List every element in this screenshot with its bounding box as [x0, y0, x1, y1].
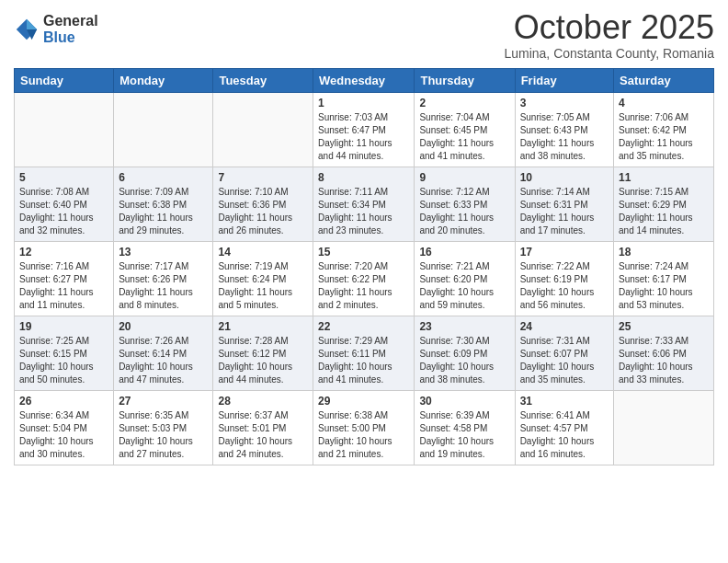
day-number: 22 — [318, 320, 409, 333]
logo-text: General Blue — [43, 13, 98, 45]
day-number: 11 — [619, 171, 709, 184]
day-info: Sunrise: 7:03 AM Sunset: 6:47 PM Dayligh… — [318, 111, 409, 163]
weekday-header-sunday: Sunday — [15, 68, 114, 92]
day-cell — [15, 92, 114, 167]
day-number: 27 — [119, 395, 208, 408]
day-cell: 19Sunrise: 7:25 AM Sunset: 6:15 PM Dayli… — [15, 316, 114, 390]
title-section: October 2025 Lumina, Constanta County, R… — [504, 9, 714, 61]
weekday-header-tuesday: Tuesday — [213, 68, 313, 92]
day-info: Sunrise: 7:28 AM Sunset: 6:12 PM Dayligh… — [218, 335, 308, 386]
day-cell: 12Sunrise: 7:16 AM Sunset: 6:27 PM Dayli… — [15, 241, 114, 316]
day-info: Sunrise: 7:06 AM Sunset: 6:42 PM Dayligh… — [619, 111, 709, 163]
month-title: October 2025 — [504, 9, 714, 46]
day-cell — [213, 92, 313, 167]
day-info: Sunrise: 7:05 AM Sunset: 6:43 PM Dayligh… — [520, 111, 609, 163]
day-info: Sunrise: 7:30 AM Sunset: 6:09 PM Dayligh… — [419, 335, 509, 386]
day-info: Sunrise: 6:41 AM Sunset: 4:57 PM Dayligh… — [520, 409, 609, 461]
week-row-4: 19Sunrise: 7:25 AM Sunset: 6:15 PM Dayli… — [15, 316, 714, 390]
day-info: Sunrise: 7:04 AM Sunset: 6:45 PM Dayligh… — [419, 111, 509, 163]
week-row-5: 26Sunrise: 6:34 AM Sunset: 5:04 PM Dayli… — [15, 390, 714, 465]
day-number: 1 — [318, 97, 409, 109]
day-cell: 4Sunrise: 7:06 AM Sunset: 6:42 PM Daylig… — [614, 92, 714, 167]
day-number: 16 — [419, 246, 509, 259]
calendar: SundayMondayTuesdayWednesdayThursdayFrid… — [14, 68, 714, 465]
day-number: 4 — [619, 97, 709, 109]
day-cell: 23Sunrise: 7:30 AM Sunset: 6:09 PM Dayli… — [415, 316, 515, 390]
day-number: 24 — [520, 320, 609, 333]
day-info: Sunrise: 7:12 AM Sunset: 6:33 PM Dayligh… — [419, 186, 509, 237]
day-info: Sunrise: 7:33 AM Sunset: 6:06 PM Dayligh… — [619, 335, 709, 386]
day-cell: 31Sunrise: 6:41 AM Sunset: 4:57 PM Dayli… — [515, 390, 613, 465]
week-row-2: 5Sunrise: 7:08 AM Sunset: 6:40 PM Daylig… — [15, 167, 714, 241]
logo-general: General — [43, 13, 98, 29]
day-cell: 30Sunrise: 6:39 AM Sunset: 4:58 PM Dayli… — [415, 390, 515, 465]
day-info: Sunrise: 7:29 AM Sunset: 6:11 PM Dayligh… — [318, 335, 409, 386]
day-number: 2 — [419, 97, 509, 109]
location: Lumina, Constanta County, Romania — [504, 46, 714, 61]
page: General Blue October 2025 Lumina, Consta… — [0, 0, 728, 563]
day-cell: 21Sunrise: 7:28 AM Sunset: 6:12 PM Dayli… — [213, 316, 313, 390]
day-cell: 24Sunrise: 7:31 AM Sunset: 6:07 PM Dayli… — [515, 316, 613, 390]
day-cell: 17Sunrise: 7:22 AM Sunset: 6:19 PM Dayli… — [515, 241, 613, 316]
day-number: 12 — [19, 246, 108, 259]
day-info: Sunrise: 7:17 AM Sunset: 6:26 PM Dayligh… — [119, 260, 208, 312]
day-number: 28 — [218, 395, 308, 408]
day-number: 25 — [619, 320, 709, 333]
day-number: 19 — [19, 320, 108, 333]
week-row-1: 1Sunrise: 7:03 AM Sunset: 6:47 PM Daylig… — [15, 92, 714, 167]
svg-marker-1 — [27, 18, 37, 29]
day-cell: 16Sunrise: 7:21 AM Sunset: 6:20 PM Dayli… — [415, 241, 515, 316]
day-info: Sunrise: 7:31 AM Sunset: 6:07 PM Dayligh… — [520, 335, 609, 386]
day-info: Sunrise: 6:37 AM Sunset: 5:01 PM Dayligh… — [218, 409, 308, 461]
weekday-header-monday: Monday — [114, 68, 213, 92]
logo-blue: Blue — [43, 29, 98, 46]
day-cell: 2Sunrise: 7:04 AM Sunset: 6:45 PM Daylig… — [415, 92, 515, 167]
day-info: Sunrise: 7:14 AM Sunset: 6:31 PM Dayligh… — [520, 186, 609, 237]
day-info: Sunrise: 7:20 AM Sunset: 6:22 PM Dayligh… — [318, 260, 409, 312]
header: General Blue October 2025 Lumina, Consta… — [14, 9, 714, 61]
day-cell: 9Sunrise: 7:12 AM Sunset: 6:33 PM Daylig… — [415, 167, 515, 241]
day-cell: 5Sunrise: 7:08 AM Sunset: 6:40 PM Daylig… — [15, 167, 114, 241]
day-number: 17 — [520, 246, 609, 259]
day-cell: 7Sunrise: 7:10 AM Sunset: 6:36 PM Daylig… — [213, 167, 313, 241]
day-info: Sunrise: 6:38 AM Sunset: 5:00 PM Dayligh… — [318, 409, 409, 461]
day-info: Sunrise: 7:09 AM Sunset: 6:38 PM Dayligh… — [119, 186, 208, 237]
day-number: 3 — [520, 97, 609, 109]
day-info: Sunrise: 6:35 AM Sunset: 5:03 PM Dayligh… — [119, 409, 208, 461]
day-number: 29 — [318, 395, 409, 408]
day-cell — [114, 92, 213, 167]
day-cell: 13Sunrise: 7:17 AM Sunset: 6:26 PM Dayli… — [114, 241, 213, 316]
day-cell: 27Sunrise: 6:35 AM Sunset: 5:03 PM Dayli… — [114, 390, 213, 465]
day-info: Sunrise: 6:34 AM Sunset: 5:04 PM Dayligh… — [19, 409, 108, 461]
day-cell: 22Sunrise: 7:29 AM Sunset: 6:11 PM Dayli… — [313, 316, 415, 390]
weekday-header-row: SundayMondayTuesdayWednesdayThursdayFrid… — [15, 68, 714, 92]
day-info: Sunrise: 7:11 AM Sunset: 6:34 PM Dayligh… — [318, 186, 409, 237]
day-cell: 20Sunrise: 7:26 AM Sunset: 6:14 PM Dayli… — [114, 316, 213, 390]
day-cell: 8Sunrise: 7:11 AM Sunset: 6:34 PM Daylig… — [313, 167, 415, 241]
logo-icon — [14, 17, 40, 42]
day-info: Sunrise: 7:25 AM Sunset: 6:15 PM Dayligh… — [19, 335, 108, 386]
day-number: 18 — [619, 246, 709, 259]
day-number: 23 — [419, 320, 509, 333]
day-info: Sunrise: 6:39 AM Sunset: 4:58 PM Dayligh… — [419, 409, 509, 461]
day-cell: 14Sunrise: 7:19 AM Sunset: 6:24 PM Dayli… — [213, 241, 313, 316]
day-info: Sunrise: 7:08 AM Sunset: 6:40 PM Dayligh… — [19, 186, 108, 237]
day-number: 15 — [318, 246, 409, 259]
day-cell: 1Sunrise: 7:03 AM Sunset: 6:47 PM Daylig… — [313, 92, 415, 167]
day-cell: 25Sunrise: 7:33 AM Sunset: 6:06 PM Dayli… — [614, 316, 714, 390]
day-number: 14 — [218, 246, 308, 259]
day-cell: 6Sunrise: 7:09 AM Sunset: 6:38 PM Daylig… — [114, 167, 213, 241]
week-row-3: 12Sunrise: 7:16 AM Sunset: 6:27 PM Dayli… — [15, 241, 714, 316]
day-info: Sunrise: 7:22 AM Sunset: 6:19 PM Dayligh… — [520, 260, 609, 312]
day-number: 10 — [520, 171, 609, 184]
weekday-header-saturday: Saturday — [614, 68, 714, 92]
day-cell — [614, 390, 714, 465]
day-cell: 29Sunrise: 6:38 AM Sunset: 5:00 PM Dayli… — [313, 390, 415, 465]
day-info: Sunrise: 7:26 AM Sunset: 6:14 PM Dayligh… — [119, 335, 208, 386]
day-number: 21 — [218, 320, 308, 333]
day-number: 7 — [218, 171, 308, 184]
day-info: Sunrise: 7:16 AM Sunset: 6:27 PM Dayligh… — [19, 260, 108, 312]
day-cell: 11Sunrise: 7:15 AM Sunset: 6:29 PM Dayli… — [614, 167, 714, 241]
day-cell: 28Sunrise: 6:37 AM Sunset: 5:01 PM Dayli… — [213, 390, 313, 465]
day-number: 6 — [119, 171, 208, 184]
